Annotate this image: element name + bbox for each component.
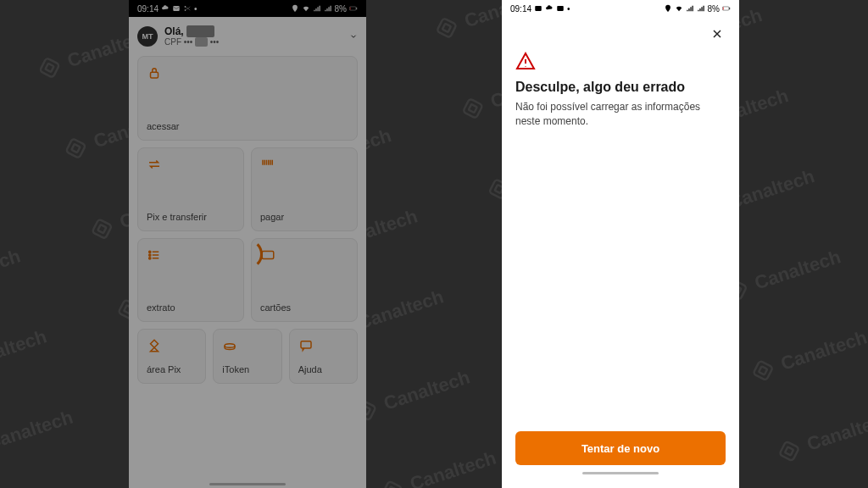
tile-label: Pix e transferir [147, 212, 235, 222]
wifi-icon [675, 4, 683, 13]
battery-pct: 8% [335, 4, 347, 14]
tile-label: Ajuda [298, 364, 348, 374]
svg-rect-126 [151, 73, 159, 79]
cpf-mask-tail: ••• [210, 37, 220, 47]
battery-pct: 8% [708, 4, 720, 14]
tile-label: pagar [260, 212, 348, 222]
signal-icon-2 [324, 4, 332, 13]
wifi-icon [302, 4, 310, 13]
svg-rect-133 [535, 6, 542, 11]
barcode-icon [260, 157, 348, 175]
tile-cartoes[interactable]: cartões [251, 238, 358, 322]
status-bar: 09:14 • 8% [129, 0, 366, 17]
list-icon [147, 247, 235, 265]
location-icon [291, 4, 299, 13]
svg-point-127 [149, 252, 151, 253]
tile-label: extrato [147, 302, 235, 313]
battery-icon [349, 4, 358, 13]
tile-ajuda[interactable]: Ajuda [289, 329, 358, 384]
access-card[interactable]: acessar [137, 56, 358, 141]
loading-spinner [232, 239, 263, 269]
svg-rect-137 [729, 8, 730, 10]
battery-icon [722, 4, 731, 13]
signal-icon [686, 4, 694, 13]
cpf-label: CPF ••• [164, 37, 192, 47]
access-label: acessar [147, 121, 348, 131]
signal-icon [313, 4, 321, 13]
phone-right-error: 09:14 • 8% [502, 0, 739, 488]
phone-left-loading: 09:14 • 8% MT Olá, xxxxx CPF ••• xxx [129, 0, 366, 488]
svg-rect-130 [262, 252, 274, 259]
svg-rect-120 [173, 6, 180, 11]
scissors-icon [183, 4, 192, 13]
mail-icon [172, 4, 181, 13]
home-indicator [209, 483, 286, 485]
card-icon [260, 247, 348, 265]
tile-pagar[interactable]: pagar [251, 147, 358, 231]
tile-itoken[interactable]: iToken [213, 329, 281, 384]
screenshot-pair: 09:14 • 8% MT Olá, xxxxx CPF ••• xxx [0, 0, 868, 488]
transfer-icon [147, 157, 235, 175]
warning-icon [515, 51, 536, 71]
svg-rect-134 [557, 6, 564, 11]
signal-icon-2 [697, 4, 705, 13]
tile-label: iToken [222, 364, 272, 374]
svg-point-129 [149, 258, 151, 259]
svg-rect-125 [356, 8, 357, 10]
error-message: Não foi possível carregar as informações… [515, 100, 726, 129]
tile-area-pix[interactable]: área Pix [137, 329, 206, 384]
home-body: MT Olá, xxxxx CPF ••• xxx ••• acessar Pi… [129, 17, 366, 488]
token-icon [222, 338, 272, 356]
location-icon [664, 4, 672, 13]
mail-icon [556, 4, 565, 13]
close-icon [710, 27, 724, 41]
pix-icon [147, 338, 197, 356]
tile-pix-transfer[interactable]: Pix e transferir [137, 147, 244, 231]
status-time: 09:14 [510, 4, 531, 14]
status-time: 09:14 [137, 4, 159, 14]
svg-point-131 [225, 344, 235, 348]
status-dot: • [567, 4, 570, 14]
error-title: Desculpe, algo deu errado [515, 80, 726, 95]
lock-icon [147, 65, 348, 83]
svg-point-122 [185, 9, 186, 11]
status-bar: 09:14 • 8% [502, 0, 739, 17]
svg-rect-136 [723, 7, 724, 9]
svg-rect-132 [301, 341, 311, 348]
svg-point-121 [185, 6, 186, 8]
close-button[interactable] [709, 25, 726, 42]
avatar[interactable]: MT [137, 26, 158, 47]
retry-button[interactable]: Tentar de novo [515, 431, 726, 465]
cloud-icon [545, 4, 554, 13]
tile-label: área Pix [147, 364, 197, 374]
help-icon [298, 338, 348, 356]
tile-extrato[interactable]: extrato [137, 238, 244, 322]
svg-rect-124 [350, 7, 351, 9]
status-dot: • [194, 4, 198, 14]
chevron-down-icon[interactable] [349, 32, 358, 41]
greeting-text: Olá, [164, 25, 184, 37]
tile-label: cartões [260, 302, 348, 313]
image-icon [534, 4, 542, 13]
home-indicator [582, 472, 659, 474]
svg-point-128 [149, 254, 151, 256]
cloud-icon [161, 4, 170, 13]
user-header[interactable]: MT Olá, xxxxx CPF ••• xxx ••• [137, 22, 358, 56]
